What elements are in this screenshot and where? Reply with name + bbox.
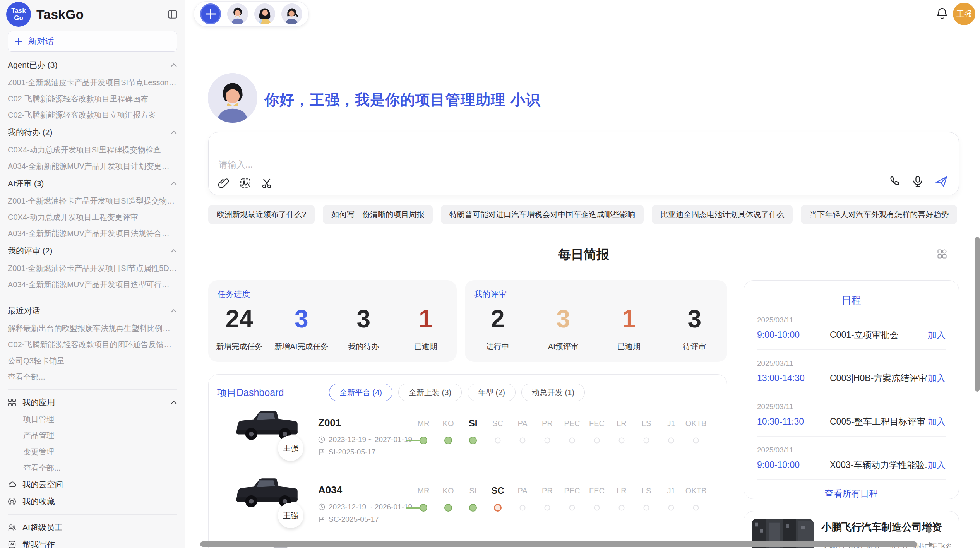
stat-new-done: 24新增完成任务 — [208, 305, 271, 352]
cloud-icon — [8, 480, 16, 489]
my-favorites-label: 我的收藏 — [22, 496, 55, 507]
tool-ai-employee[interactable]: AI超级员工 — [8, 519, 177, 536]
card-title: 任务进度 — [218, 289, 250, 300]
sidebar-item[interactable]: C0X4-动力总成开发项目SI里程碑提交物检查 — [8, 142, 177, 158]
agent-avatar-1[interactable] — [227, 3, 248, 24]
tool-help-write[interactable]: 帮我写作 — [8, 536, 177, 548]
my-reviews-card: 我的评审 2进行中 3AI预评审 1已逾期 3待评审 — [465, 280, 727, 362]
app-item-product-mgmt[interactable]: 产品管理 — [8, 427, 177, 444]
new-chat-label: 新对话 — [28, 36, 54, 47]
scroll-right-arrow[interactable] — [929, 542, 933, 547]
milestone: SC — [485, 416, 510, 431]
milestone: MR — [411, 483, 436, 498]
collapse-sidebar-icon[interactable] — [168, 9, 178, 19]
dashboard-title: 项目Dashboard — [217, 386, 329, 399]
tab-model-year[interactable]: 年型 (2) — [468, 384, 516, 401]
sidebar-item[interactable]: Z001-全新燃油轻卡产品开发项目SI造型提交物评审 — [8, 193, 177, 209]
microphone-icon[interactable] — [911, 175, 924, 188]
milestone: PA — [510, 483, 535, 498]
my-favorites[interactable]: 我的收藏 — [8, 493, 177, 510]
view-all-apps[interactable]: 查看全部... — [8, 460, 177, 476]
tab-powertrain-dev[interactable]: 动总开发 (1) — [521, 384, 585, 401]
schedule-time: 13:00-14:30 — [757, 373, 830, 384]
app-item-change-mgmt[interactable]: 变更管理 — [8, 444, 177, 460]
sidebar-item[interactable]: A034-全新新能源MUV产品开发项目法规符合性评审 — [8, 225, 177, 241]
recent-chat-item[interactable]: C02-飞腾新能源轻客改款项目的闭环通告反馈情况 — [8, 336, 177, 353]
project-dates: 2023-12-19 ~ 2026-01-19 — [318, 503, 412, 511]
suggestion-chip[interactable]: 欧洲新规最近颁布了什么? — [208, 205, 315, 224]
project-row[interactable]: 王强 A034 2023-12-19 ~ 2026-01-19 SC-2025-… — [209, 473, 727, 537]
suggestion-chip[interactable]: 如何写一份清晰的项目周报 — [323, 205, 433, 224]
my-cloud-space[interactable]: 我的云空间 — [8, 476, 177, 493]
layout-grid-icon[interactable] — [937, 248, 947, 259]
schedule-time: 9:00-10:00 — [757, 330, 830, 340]
suggestion-chip[interactable]: 比亚迪全固态电池计划具体说了什么 — [652, 205, 793, 224]
vertical-scrollbar[interactable] — [975, 237, 980, 392]
tab-all-new-platform[interactable]: 全新平台 (4) — [329, 384, 392, 401]
sidebar-item[interactable]: C02-飞腾新能源轻客改款项目里程碑画布 — [8, 91, 177, 107]
app-item-project-mgmt[interactable]: 项目管理 — [8, 411, 177, 427]
send-icon[interactable] — [935, 175, 948, 188]
milestone: KO — [436, 416, 461, 431]
recent-chat-item[interactable]: 公司Q3轻卡销量 — [8, 353, 177, 369]
milestone: MR — [411, 416, 436, 431]
grid-icon — [8, 398, 16, 407]
join-button[interactable]: 加入 — [928, 416, 946, 428]
user-avatar[interactable]: 王强 — [953, 3, 975, 25]
scissors-icon[interactable] — [261, 177, 273, 189]
chevron-up-icon — [171, 401, 177, 405]
section-header-ai-review[interactable]: AI评审 (3) — [8, 174, 177, 193]
milestone: PR — [535, 416, 560, 431]
sidebar-item[interactable]: A034-全新新能源MUV产品开发项目计划变更表编写 — [8, 158, 177, 174]
join-button[interactable]: 加入 — [928, 329, 946, 341]
join-button[interactable]: 加入 — [928, 372, 946, 384]
milestone: OKTB — [684, 416, 708, 431]
milestone-track: MR KO SI SC PA PR PEC FEC LR LS J1 OKTB — [411, 416, 708, 431]
section-header-my-review[interactable]: 我的评审 (2) — [8, 241, 177, 260]
chevron-up-icon — [171, 309, 177, 313]
image-icon[interactable] — [240, 177, 251, 189]
view-all-chats[interactable]: 查看全部... — [8, 369, 177, 385]
new-session-button[interactable] — [200, 3, 221, 24]
sidebar-item[interactable]: Z001-全新燃油皮卡产品开发项目SI节点Lesson Learn报告 — [8, 74, 177, 91]
section-title: 最近对话 — [8, 305, 40, 316]
section-header-agent-done[interactable]: Agent已办 (3) — [8, 56, 177, 74]
milestone: LR — [609, 416, 634, 431]
attachment-icon[interactable] — [218, 177, 230, 189]
section-title: Agent已办 (3) — [8, 60, 57, 70]
new-chat-button[interactable]: 新对话 — [8, 31, 177, 52]
section-header-recent-chats[interactable]: 最近对话 — [8, 301, 177, 320]
sidebar-item[interactable]: C02-飞腾新能源轻客改款项目立项汇报方案 — [8, 107, 177, 123]
horizontal-scrollbar[interactable] — [200, 541, 917, 547]
my-apps-header[interactable]: 我的应用 — [8, 394, 177, 411]
suggestion-chip[interactable]: 当下年轻人对汽车外观有怎样的喜好趋势 — [801, 205, 957, 224]
join-button[interactable]: 加入 — [928, 459, 946, 471]
sidebar-item[interactable]: Z001-全新燃油轻卡产品开发项目SI节点属性5D文件评审 — [8, 260, 177, 276]
sidebar-item[interactable]: A034-全新新能源MUV产品开发项目造型可行性评审 — [8, 276, 177, 293]
section-header-my-todo[interactable]: 我的待办 (2) — [8, 123, 177, 142]
stat-in-progress: 2进行中 — [465, 305, 531, 352]
tab-new-upfit[interactable]: 全新上装 (3) — [398, 384, 462, 401]
chat-composer[interactable]: 请输入... — [208, 132, 959, 195]
sidebar-item[interactable]: C0X4-动力总成开发项目工程变更评审 — [8, 209, 177, 225]
agent-avatar-2[interactable] — [254, 3, 275, 24]
schedule-event-title: X003-车辆动力学性能验... — [830, 459, 928, 471]
scroll-down-arrow[interactable] — [926, 529, 932, 534]
stats-row: 24新增完成任务 3新增AI完成任务 3我的待办 1已逾期 — [208, 305, 457, 352]
project-flag-date: SC-2025-05-17 — [318, 515, 379, 524]
agent-avatar-3[interactable] — [281, 3, 302, 24]
sidebar: Task Go TaskGo 新对话 Agent已办 (3) Z001-全新燃油… — [0, 0, 185, 548]
view-all-schedule[interactable]: 查看所有日程 — [757, 488, 946, 500]
phone-icon[interactable] — [888, 175, 901, 188]
stat-my-todo: 3我的待办 — [332, 305, 395, 352]
suggestion-chip[interactable]: 特朗普可能对进口汽车增税会对中国车企造成哪些影响 — [441, 205, 644, 224]
schedule-item: 2025/03/11 9:00-10:00 X003-车辆动力学性能验... 加… — [757, 437, 946, 480]
divider — [8, 297, 177, 297]
recent-chat-item[interactable]: 解释最新出台的欧盟报废车法规再生塑料比例被调至15%... — [8, 320, 177, 336]
plus-icon — [14, 37, 23, 46]
schedule-date: 2025/03/11 — [757, 446, 946, 454]
tool-label: AI超级员工 — [22, 522, 63, 533]
project-row[interactable]: 王强 Z001 2023-12-19 ~ 2027-01-19 SI-2025-… — [209, 406, 727, 470]
notifications-bell-icon[interactable] — [936, 7, 948, 20]
chevron-up-icon — [171, 130, 177, 135]
